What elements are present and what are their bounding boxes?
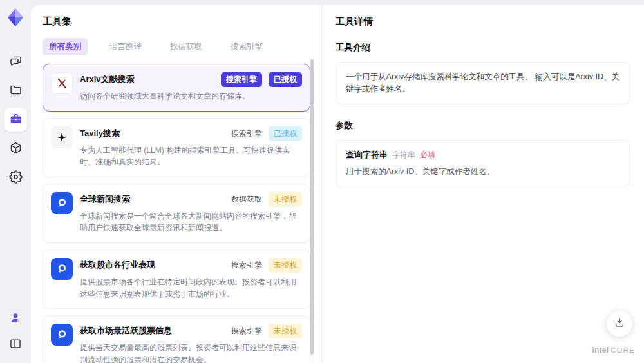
- collapse-sidebar-button[interactable]: [5, 335, 26, 355]
- tavily-logo-icon: [51, 126, 73, 148]
- tool-status-badge: 已授权: [269, 72, 302, 87]
- tool-card[interactable]: 获取市场最活跃股票信息 搜索引擎 未授权 提供当天交易量最高的股票列表。投资者可…: [43, 315, 310, 363]
- tool-category-label: 搜索引擎: [231, 260, 262, 271]
- tool-status-badge: 未授权: [269, 258, 302, 273]
- tool-description: 提供当天交易量最高的股票列表。投资者可以利用这些信息来识别流动性强的股票和潜在的…: [80, 342, 302, 363]
- list-scrollbar[interactable]: [310, 59, 314, 355]
- stock-logo-icon: [51, 258, 73, 280]
- tool-card[interactable]: Tavily搜索 搜索引擎 已授权 专为人工智能代理 (LLM) 构建的搜索引擎…: [43, 118, 310, 177]
- cube-icon: [9, 141, 23, 157]
- tab-data-fetch[interactable]: 数据获取: [164, 38, 209, 55]
- tab-all-categories[interactable]: 所有类别: [43, 38, 88, 55]
- tool-category-badge: 搜索引擎: [221, 72, 262, 87]
- tool-category-label: 搜索引擎: [231, 326, 262, 337]
- tool-status-badge: 已授权: [269, 126, 302, 141]
- app-logo-icon: [5, 6, 26, 28]
- user-avatar[interactable]: [5, 309, 26, 329]
- gear-icon: [9, 170, 23, 186]
- page-title: 工具集: [43, 15, 321, 28]
- sidebar-item-plugins[interactable]: [4, 137, 27, 161]
- param-type: 字符串: [392, 150, 415, 161]
- tool-name: 全球新闻搜索: [80, 192, 130, 205]
- chat-icon: [9, 54, 23, 70]
- intel-core-logo: intel CORE: [592, 346, 635, 355]
- news-search-logo-icon: [51, 192, 73, 214]
- tool-name: Arxiv文献搜索: [80, 72, 135, 85]
- tool-name: Tavily搜索: [80, 126, 120, 139]
- collapse-panel-icon: [9, 337, 22, 353]
- left-rail: [0, 0, 31, 363]
- param-required-flag: 必填: [420, 150, 435, 161]
- tool-category-label: 数据获取: [231, 194, 262, 205]
- tool-card[interactable]: Arxiv文献搜索 搜索引擎 已授权 访问各个研究领域大量科学论文和文章的存储库…: [43, 64, 310, 112]
- sidebar-item-settings[interactable]: [4, 166, 27, 190]
- tool-description: 访问各个研究领域大量科学论文和文章的存储库。: [80, 90, 302, 103]
- tab-language-translation[interactable]: 语言翻译: [103, 38, 148, 55]
- tab-search-engine[interactable]: 搜索引擎: [224, 38, 269, 55]
- brand-text: CORE: [611, 346, 635, 354]
- arxiv-logo-icon: [51, 72, 73, 94]
- param-name: 查询字符串: [346, 149, 388, 161]
- intro-text: 一个用于从Arxiv存储库搜索科学论文和文章的工具。 输入可以是Arxiv ID…: [346, 71, 620, 95]
- tool-status-badge: 未授权: [269, 324, 302, 338]
- sidebar-item-tools[interactable]: [4, 108, 27, 132]
- rail-nav: [4, 50, 27, 190]
- sidebar-item-files[interactable]: [4, 79, 27, 103]
- user-avatar-icon: [9, 311, 22, 327]
- tool-card[interactable]: 获取股市各行业表现 搜索引擎 未授权 提供股票市场各个行业在特定时间段内的表现。…: [43, 250, 310, 309]
- params-heading: 参数: [336, 120, 630, 132]
- param-box: 查询字符串 字符串 必填 用于搜索的Arxiv ID、关键字或作者姓名。: [336, 140, 630, 186]
- category-tabs: 所有类别 语言翻译 数据获取 搜索引擎: [43, 38, 321, 55]
- detail-title: 工具详情: [336, 15, 630, 28]
- tool-detail-panel: 工具详情 工具介绍 一个用于从Arxiv存储库搜索科学论文和文章的工具。 输入可…: [322, 5, 644, 363]
- tool-name: 获取股市各行业表现: [80, 258, 155, 271]
- brand-text: intel: [592, 346, 609, 355]
- folder-icon: [9, 83, 23, 99]
- tool-list: Arxiv文献搜索 搜索引擎 已授权 访问各个研究领域大量科学论文和文章的存储库…: [43, 64, 310, 363]
- tool-card[interactable]: 全球新闻搜索 数据获取 未授权 全球新闻搜索是一个聚合全球各大新闻网站内容的搜索…: [43, 184, 310, 243]
- tool-description: 提供股票市场各个行业在特定时间段内的表现。投资者可以利用这些信息来识别表现优于或…: [80, 276, 302, 300]
- sidebar-item-chat[interactable]: [4, 50, 27, 74]
- toolbox-icon: [9, 112, 23, 128]
- tool-name: 获取市场最活跃股票信息: [80, 324, 172, 337]
- intro-box: 一个用于从Arxiv存储库搜索科学论文和文章的工具。 输入可以是Arxiv ID…: [336, 62, 630, 104]
- tool-description: 专为人工智能代理 (LLM) 构建的搜索引擎工具。可快速提供实时、准确和真实的结…: [80, 144, 302, 168]
- tool-description: 全球新闻搜索是一个聚合全球各大新闻网站内容的搜索引擎，帮助用户快速获取全球最新资…: [80, 210, 302, 234]
- tool-list-panel: 工具集 所有类别 语言翻译 数据获取 搜索引擎: [31, 5, 322, 363]
- rail-bottom: [5, 309, 26, 363]
- intro-heading: 工具介绍: [336, 42, 630, 54]
- download-button[interactable]: [606, 310, 633, 337]
- param-description: 用于搜索的Arxiv ID、关键字或作者姓名。: [346, 166, 620, 177]
- stock-logo-icon: [51, 324, 73, 346]
- main-surface: 工具集 所有类别 语言翻译 数据获取 搜索引擎: [31, 5, 644, 363]
- download-icon: [613, 316, 626, 331]
- app-root: 工具集 所有类别 语言翻译 数据获取 搜索引擎: [0, 0, 644, 363]
- tool-category-label: 搜索引擎: [231, 128, 262, 139]
- tool-status-badge: 未授权: [269, 192, 302, 207]
